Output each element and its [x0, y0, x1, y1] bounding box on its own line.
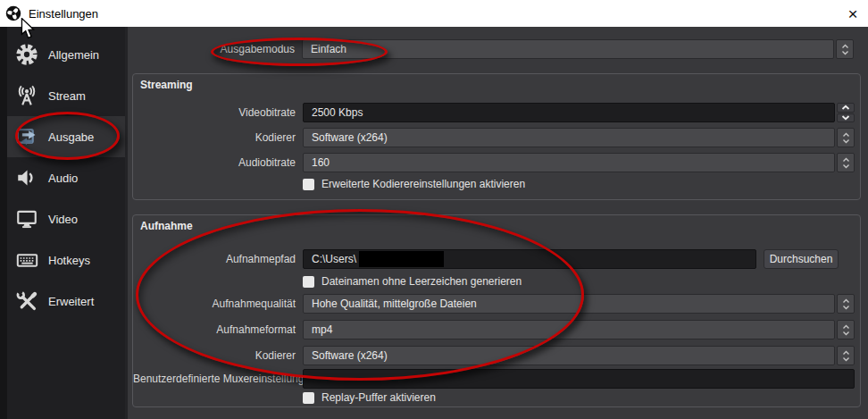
recording-path-label: Aufnahmepfad: [133, 249, 296, 269]
replay-buffer-checkbox-label: Replay-Puffer aktivieren: [321, 391, 436, 404]
obs-settings-window: Einstellungen × Allgemein: [0, 0, 868, 419]
video-bitrate-spin-buttons[interactable]: [837, 103, 855, 122]
recording-encoder-value: Software (x264): [303, 346, 835, 365]
audio-bitrate-label: Audiobitrate: [133, 153, 296, 172]
tools-icon: [11, 281, 43, 322]
sidebar-item-hotkeys[interactable]: Hotkeys: [7, 239, 125, 281]
advanced-encoder-checkbox-label: Erweiterte Kodierereinstellungen aktivie…: [321, 178, 525, 190]
chevron-updown-icon[interactable]: [837, 320, 855, 339]
replay-buffer-checkbox-row[interactable]: Replay-Puffer aktivieren: [303, 391, 436, 404]
chevron-up-icon[interactable]: [837, 103, 855, 113]
no-space-checkbox[interactable]: [303, 276, 314, 288]
sidebar-divider: [125, 27, 128, 419]
recording-format-label: Aufnahmeformat: [133, 320, 296, 339]
no-space-checkbox-label: Dateinamen ohne Leerzeichen generieren: [321, 275, 522, 288]
muxer-settings-label: Benutzerdefinierte Muxereinstellungen: [133, 369, 296, 389]
chevron-down-icon[interactable]: [837, 113, 855, 123]
obs-logo-icon: [5, 5, 21, 21]
muxer-settings-input[interactable]: [303, 369, 855, 389]
stream-encoder-value: Software (x264): [303, 128, 835, 147]
replay-buffer-checkbox[interactable]: [303, 392, 314, 404]
video-bitrate-label: Videobitrate: [133, 103, 296, 122]
speaker-icon: [11, 157, 43, 198]
audio-bitrate-combobox[interactable]: 160: [303, 153, 855, 172]
no-space-checkbox-row[interactable]: Dateinamen ohne Leerzeichen generieren: [303, 275, 522, 288]
keyboard-icon: [11, 239, 43, 281]
output-arrows-icon: [11, 116, 43, 157]
video-bitrate-spinbox[interactable]: 2500 Kbps: [303, 103, 835, 122]
close-icon[interactable]: ×: [839, 0, 866, 27]
recording-format-value: mp4: [303, 320, 835, 339]
recording-quality-combobox[interactable]: Hohe Qualität, mittelgroße Dateien: [303, 294, 855, 314]
sidebar-item-allgemein[interactable]: Allgemein: [7, 34, 125, 75]
audio-bitrate-value: 160: [303, 153, 835, 172]
chevron-updown-icon[interactable]: [837, 294, 855, 314]
recording-quality-value: Hohe Qualität, mittelgroße Dateien: [303, 294, 835, 314]
advanced-encoder-checkbox[interactable]: [303, 179, 314, 190]
chevron-updown-icon[interactable]: [837, 128, 855, 147]
window-left-gutter: [0, 27, 7, 419]
sidebar-item-stream[interactable]: Stream: [7, 75, 125, 116]
recording-encoder-label: Kodierer: [133, 346, 296, 365]
recording-group-title: Aufnahme: [140, 220, 193, 232]
sidebar-item-ausgabe[interactable]: Ausgabe: [7, 116, 125, 157]
settings-sidebar: Allgemein Stream: [7, 27, 125, 419]
output-mode-combobox[interactable]: Einfach: [302, 39, 854, 59]
recording-group: Aufnahme Aufnahmepfad Durchsuchen Datein…: [132, 214, 861, 407]
streaming-group: Streaming Videobitrate 2500 Kbps Kodiere…: [132, 73, 861, 200]
chevron-updown-icon[interactable]: [837, 346, 855, 365]
sidebar-item-audio[interactable]: Audio: [7, 157, 125, 198]
output-mode-value: Einfach: [302, 39, 834, 59]
recording-format-combobox[interactable]: mp4: [303, 320, 855, 339]
browse-button[interactable]: Durchsuchen: [764, 249, 839, 269]
stream-encoder-combobox[interactable]: Software (x264): [303, 128, 855, 147]
sidebar-item-video[interactable]: Video: [7, 198, 125, 239]
window-title: Einstellungen: [29, 7, 98, 21]
advanced-encoder-checkbox-row[interactable]: Erweiterte Kodierereinstellungen aktivie…: [303, 178, 525, 190]
recording-quality-label: Aufnahmequalität: [133, 294, 296, 314]
chevron-updown-icon[interactable]: [836, 39, 854, 59]
output-mode-label: Ausgabemodus: [129, 39, 295, 59]
titlebar: Einstellungen ×: [0, 0, 868, 27]
redaction-box: [359, 251, 444, 267]
stream-encoder-label: Kodierer: [133, 128, 296, 147]
sidebar-item-erweitert[interactable]: Erweitert: [7, 281, 125, 322]
recording-encoder-combobox[interactable]: Software (x264): [303, 346, 855, 365]
streaming-group-title: Streaming: [140, 79, 193, 91]
antenna-icon: [11, 75, 43, 116]
monitor-icon: [11, 198, 43, 239]
gear-icon: [11, 34, 43, 75]
chevron-updown-icon[interactable]: [837, 153, 855, 172]
